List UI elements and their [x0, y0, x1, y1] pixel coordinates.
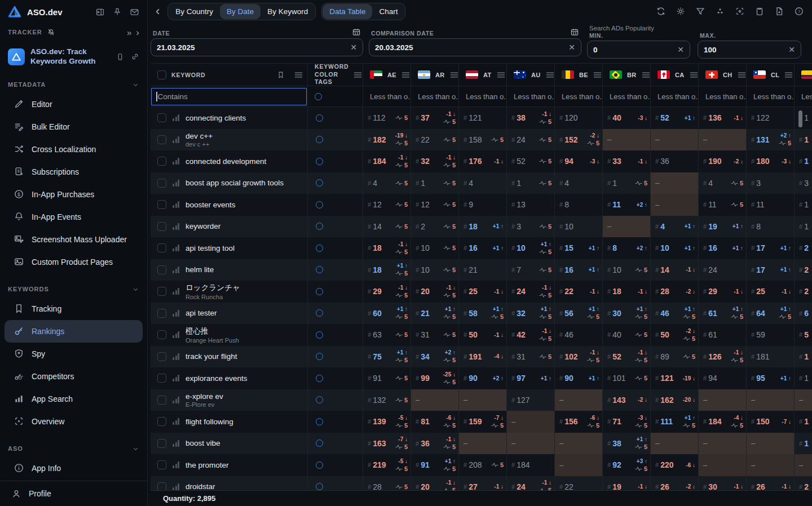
rank-cell-ca[interactable]: #46+1 ↑5 [651, 303, 699, 325]
rank-cell-ch[interactable]: #94 [699, 367, 747, 389]
color-tag-circle[interactable] [316, 440, 323, 447]
rank-cell-cl[interactable]: #181 [747, 346, 795, 368]
rank-cell-ch[interactable]: #16+1 ↑ [699, 237, 747, 259]
rank-cell-ch[interactable]: #29-1 ↓ [699, 281, 747, 303]
row-checkbox[interactable] [157, 439, 166, 448]
sidebar-item-in-app-purchases[interactable]: $In-App Purchases [0, 183, 147, 206]
rank-cell-ca[interactable]: #220-6 ↓ [651, 454, 699, 476]
color-tag-circle[interactable] [316, 158, 323, 165]
rank-cell-cl[interactable]: – [747, 389, 795, 411]
back-chevron[interactable]: ‹ [153, 5, 162, 17]
filter-icon[interactable] [695, 6, 705, 16]
column-menu-icon[interactable] [784, 72, 793, 78]
rank-cell-au[interactable]: #32+1 ↑5 [507, 303, 555, 325]
row-checkbox[interactable] [157, 482, 166, 490]
row-checkbox[interactable] [157, 113, 166, 122]
rank-cell-au[interactable]: #10+1 ↑5 [507, 237, 555, 259]
country-filter-dropdown-at[interactable]: Less than o... [459, 86, 507, 106]
rank-cell-ar[interactable]: #81-6 ↓5 [411, 411, 459, 433]
rank-cell-ae[interactable]: #163-7 ↓5 [363, 433, 411, 455]
rank-cell-be[interactable]: #46 [555, 324, 603, 346]
rank-cell-ae[interactable]: #125 [363, 194, 411, 216]
column-menu-icon[interactable] [450, 72, 458, 78]
rank-cell-ch[interactable]: #30-1 ↓ [699, 476, 747, 491]
rank-cell-ch[interactable]: – [699, 433, 747, 455]
color-tag-cell[interactable] [308, 194, 363, 216]
keyword-cell[interactable]: connected development [151, 150, 308, 172]
rank-cell-cl[interactable]: #59 [747, 324, 795, 346]
rank-cell-ch[interactable]: #115 [699, 194, 747, 216]
rank-cell-ar[interactable]: #25 [411, 216, 459, 238]
rank-cell-br[interactable]: #52-1 ↓5 [603, 346, 651, 368]
country-filter-dropdown-co[interactable]: Less than o... [795, 86, 812, 106]
rank-cell-co[interactable]: #2 [795, 476, 812, 491]
color-tag-cell[interactable] [308, 281, 363, 303]
rank-cell-ca[interactable]: #52+1 ↑ [651, 107, 699, 129]
keyword-chart-icon[interactable] [173, 310, 179, 317]
color-tag-circle[interactable] [316, 418, 323, 425]
color-tag-cell[interactable] [308, 324, 363, 346]
keyword-chart-icon[interactable] [173, 418, 179, 425]
rank-cell-br[interactable]: #105 [603, 259, 651, 281]
row-checkbox[interactable] [157, 287, 166, 296]
clear-sap-min-icon[interactable]: ✕ [674, 45, 684, 54]
sap-max-input[interactable]: 100 ✕ [698, 41, 801, 59]
clear-comparison-date-icon[interactable]: ✕ [565, 43, 575, 52]
color-tag-circle[interactable] [316, 136, 323, 143]
rank-cell-au[interactable]: #24-1 ↓5 [507, 476, 555, 491]
color-tag-cell[interactable] [308, 389, 363, 411]
rank-cell-co[interactable]: #1 [795, 107, 812, 129]
country-filter-dropdown-au[interactable]: Less than o... [507, 86, 555, 106]
rank-cell-au[interactable]: #315 [507, 346, 555, 368]
rank-cell-ae[interactable]: #29-1 ↓5 [363, 281, 411, 303]
color-tag-cell[interactable] [308, 346, 363, 368]
sidebar-item-overview[interactable]: Overview [0, 410, 147, 433]
keyword-chart-icon[interactable] [173, 353, 179, 360]
color-tag-cell[interactable] [308, 237, 363, 259]
rank-cell-ae[interactable]: #915 [363, 367, 411, 389]
rank-cell-be[interactable]: #156-6 ↓5 [555, 411, 603, 433]
rank-cell-ae[interactable]: #139-5 ↓5 [363, 411, 411, 433]
sidebar-item-cross-localization[interactable]: Cross Localization [0, 138, 147, 161]
rank-cell-at[interactable]: #18+1 ↑ [459, 216, 507, 238]
column-menu-icon[interactable] [546, 72, 554, 78]
keyword-chart-icon[interactable] [173, 114, 179, 121]
rank-cell-au[interactable]: #75 [507, 259, 555, 281]
country-filter-dropdown-ca[interactable]: Less than o... [651, 86, 699, 106]
keyword-cell[interactable]: 橙心推Orange Heart Push [151, 324, 308, 346]
country-filter-dropdown-cl[interactable]: Less than o... [747, 86, 795, 106]
rank-cell-co[interactable]: #1 [795, 411, 812, 433]
rank-cell-br[interactable]: #143-2 ↓ [603, 389, 651, 411]
settings-icon[interactable] [676, 6, 686, 16]
clear-sap-max-icon[interactable]: ✕ [785, 45, 795, 54]
keyword-chart-icon[interactable] [173, 136, 179, 143]
rank-cell-co[interactable]: #1 [795, 433, 812, 455]
row-checkbox[interactable] [157, 417, 166, 426]
column-menu-icon[interactable] [593, 72, 602, 78]
chevron-down-icon[interactable] [132, 445, 139, 452]
rank-cell-ae[interactable]: #145 [363, 216, 411, 238]
rank-cell-ar[interactable]: #225 [411, 129, 459, 151]
rank-cell-br[interactable]: #1015 [603, 367, 651, 389]
tracked-app-item[interactable]: ASO.dev: Track Keywords Growth [0, 41, 147, 74]
column-menu-icon[interactable] [497, 72, 505, 78]
rank-cell-br[interactable]: #11+2 ↑ [603, 194, 651, 216]
sidebar-item-app-search[interactable]: App Search [0, 388, 147, 410]
color-tag-circle[interactable] [316, 245, 323, 252]
rank-cell-ca[interactable]: #121-19 ↓ [651, 367, 699, 389]
tab-by-keyword[interactable]: By Keyword [261, 4, 315, 19]
rank-cell-ae[interactable]: #1325 [363, 389, 411, 411]
rank-cell-ar[interactable]: #315 [411, 324, 459, 346]
rank-cell-at[interactable]: #16+1 ↑ [459, 237, 507, 259]
color-tag-circle[interactable] [316, 483, 323, 490]
rank-cell-ar[interactable]: #20-1 ↓5 [411, 281, 459, 303]
sap-min-input[interactable]: 0 ✕ [587, 41, 690, 59]
rank-cell-ca[interactable]: #10+1 ↑ [651, 237, 699, 259]
row-checkbox[interactable] [157, 200, 166, 209]
keyword-chart-icon[interactable] [173, 461, 179, 468]
sidebar-item-app-info[interactable]: App Info [0, 457, 147, 480]
rank-cell-ca[interactable]: #14-1 ↓ [651, 259, 699, 281]
rank-cell-co[interactable]: #1 [795, 194, 812, 216]
rank-cell-ch[interactable]: #24 [699, 259, 747, 281]
rank-cell-cl[interactable]: – [747, 454, 795, 476]
